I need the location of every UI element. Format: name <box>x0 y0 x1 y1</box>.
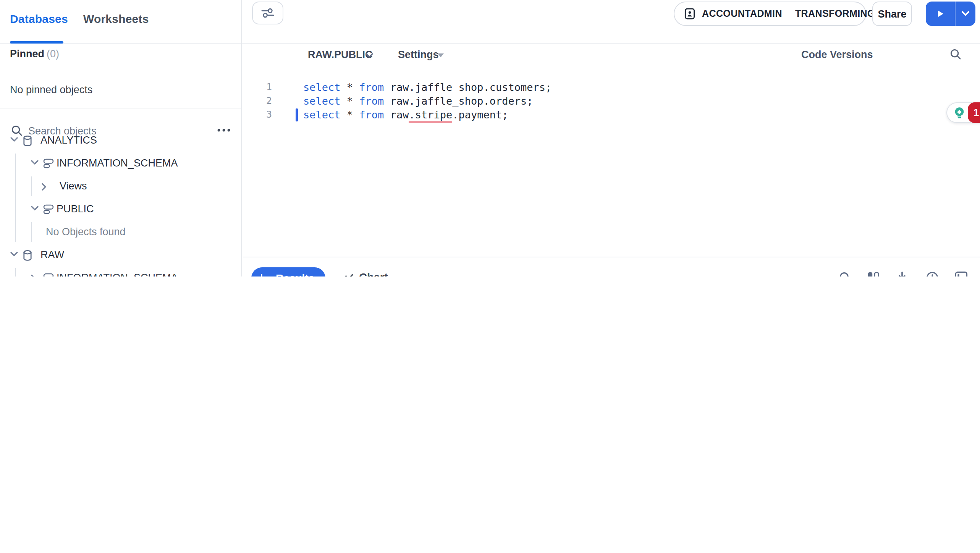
tree-item-analytics[interactable]: ANALYTICS <box>0 129 242 152</box>
role-badge-icon <box>684 8 696 20</box>
chevron-down-icon[interactable] <box>365 53 374 59</box>
chart-tab-label: Chart <box>359 271 388 276</box>
current-warehouse: TRANSFORMING <box>795 8 875 19</box>
line-number: 1 <box>242 80 272 94</box>
run-button[interactable] <box>926 2 956 26</box>
database-icon <box>22 135 33 147</box>
tree-item-label: PUBLIC <box>57 198 94 221</box>
tree-item-label: INFORMATION_SCHEMA <box>57 152 178 175</box>
editor-search-icon[interactable] <box>949 48 962 60</box>
line-number: 3 <box>242 108 272 121</box>
lightbulb-icon <box>953 106 966 120</box>
tree-item-label: No Objects found <box>46 221 126 244</box>
tree-item-no-objects-found: No Objects found <box>0 221 242 244</box>
schema-icon <box>43 273 54 276</box>
caret-down-icon[interactable] <box>438 53 444 57</box>
chevron-down-icon <box>961 11 970 17</box>
split-panel-icon[interactable] <box>955 271 968 276</box>
query-history-icon[interactable] <box>926 271 939 276</box>
chevron-down-icon[interactable] <box>10 251 18 257</box>
active-tab-underline <box>10 41 63 44</box>
tree-item-raw[interactable]: RAW <box>0 244 242 267</box>
context-role-warehouse-selector[interactable]: ACCOUNTADMIN TRANSFORMING <box>674 2 866 26</box>
tree-item-information-schema[interactable]: INFORMATION_SCHEMA <box>0 267 242 276</box>
chevron-down-icon[interactable] <box>31 160 39 166</box>
worksheet-filters-button[interactable] <box>252 2 283 24</box>
play-icon <box>936 9 945 18</box>
tab-chart[interactable]: Chart <box>337 266 398 276</box>
run-split-button <box>926 2 975 26</box>
divider <box>243 257 980 257</box>
current-role: ACCOUNTADMIN <box>702 8 782 19</box>
sliders-icon <box>260 7 275 19</box>
pinned-section-header: Pinned(0) <box>10 48 59 60</box>
results-search-icon[interactable] <box>839 271 852 276</box>
settings-menu[interactable]: Settings <box>398 49 439 60</box>
tree-item-label: INFORMATION_SCHEMA <box>57 267 178 276</box>
sidebar: Databases Worksheets Pinned(0) No pinned… <box>0 0 242 276</box>
database-icon <box>22 250 33 261</box>
results-tab-label: Results <box>276 272 314 276</box>
text-cursor <box>296 108 298 121</box>
tab-databases[interactable]: Databases <box>10 12 68 25</box>
tab-results[interactable]: Results <box>251 267 325 276</box>
tree-item-views[interactable]: Views <box>0 175 242 198</box>
download-icon[interactable] <box>896 271 908 276</box>
pinned-label: Pinned <box>10 48 44 60</box>
schema-icon <box>43 204 54 215</box>
results-arrow-icon <box>260 273 276 276</box>
pinned-empty-state: No pinned objects <box>10 84 92 95</box>
chevron-down-icon[interactable] <box>10 137 18 143</box>
tree-item-label: Views <box>60 175 87 198</box>
chevron-down-icon[interactable] <box>31 205 39 212</box>
tree-item-label: ANALYTICS <box>40 129 97 152</box>
tree-item-information-schema[interactable]: INFORMATION_SCHEMA <box>0 152 242 175</box>
pinned-count: (0) <box>47 48 59 60</box>
run-options-button[interactable] <box>956 2 975 26</box>
database-schema-selector[interactable]: RAW.PUBLIC <box>308 49 373 60</box>
tree-item-public[interactable]: PUBLIC <box>0 198 242 221</box>
tree-item-label: RAW <box>40 244 64 267</box>
line-chart-icon <box>341 273 354 276</box>
columns-icon[interactable] <box>867 271 880 276</box>
chevron-right-icon[interactable] <box>41 183 47 191</box>
divider <box>0 108 242 108</box>
code-versions-button[interactable]: Code Versions <box>801 49 873 60</box>
code-line[interactable]: select * from raw.jaffle_shop.customers; <box>303 80 551 94</box>
code-line[interactable]: select * from raw.jaffle_shop.orders; <box>303 94 533 108</box>
chevron-right-icon[interactable] <box>31 274 37 276</box>
snowsight-worksheet-app: Databases Worksheets Pinned(0) No pinned… <box>0 0 980 276</box>
tab-worksheets[interactable]: Worksheets <box>83 12 149 25</box>
suggestion-count-badge[interactable]: 1 <box>968 102 980 123</box>
line-number: 2 <box>242 94 272 108</box>
code-line[interactable]: select * from raw.stripe.payment; <box>303 108 508 121</box>
share-button[interactable]: Share <box>872 2 912 26</box>
schema-icon <box>43 158 54 169</box>
divider <box>0 43 980 44</box>
